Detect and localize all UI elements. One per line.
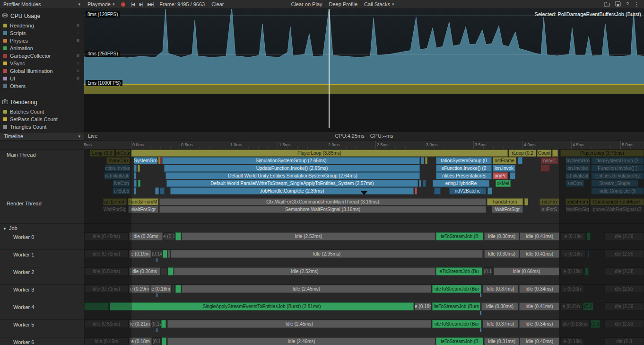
current-frame-button[interactable]: ▶▶| (145, 0, 156, 9)
timeline-span[interactable]: e (0.18n (560, 250, 586, 258)
timeline-span[interactable]: Idle (0.30ms) (484, 232, 519, 240)
timeline-span[interactable]: dle (2.3 (604, 337, 644, 345)
timeline-span[interactable] (158, 157, 160, 164)
timeline-span[interactable]: Idle (2.52ms) (182, 232, 435, 240)
timeline-span[interactable]: (0.1 (152, 337, 161, 345)
timeline-span[interactable]: Idle (0.37ms) (483, 285, 518, 293)
clear-on-play-toggle[interactable]: Clear on Play (287, 0, 325, 9)
timeline-span[interactable]: (0.1 (483, 267, 493, 275)
timeline-span[interactable]: Semaphore.WaitForSignal (3.16ms) (159, 206, 486, 213)
legend-item[interactable]: Physics≡ (0, 37, 84, 44)
rendering-header[interactable]: Rendering (0, 97, 84, 108)
timeline-span[interactable] (585, 267, 589, 275)
timeline-span[interactable]: Idle (0.30ms) (484, 250, 519, 258)
timeline-span[interactable]: dle (2.39 (604, 302, 644, 310)
profiler-modules-dropdown[interactable]: Profiler Modules ▾ (0, 0, 84, 9)
timeline-span[interactable]: (0.3 (591, 320, 600, 328)
drag-handle-icon[interactable]: ≡ (77, 60, 79, 66)
timeline-span[interactable]: Idle (2.45ms) (167, 320, 431, 328)
timeline-span[interactable]: iveCon (113, 180, 131, 187)
help-icon[interactable]: ? (626, 1, 629, 7)
timeline-span[interactable]: Idle (0.31ms) (484, 337, 519, 345)
legend-item[interactable]: Global Illumination≡ (0, 67, 84, 75)
drag-handle-icon[interactable]: ≡ (77, 83, 79, 88)
timeline-span[interactable] (160, 187, 165, 195)
timeline-span[interactable]: WaitForSig (103, 206, 127, 213)
first-frame-button[interactable]: |◀ (129, 0, 137, 9)
timeline-span[interactable]: e (0.18m (150, 285, 171, 293)
timeline-span[interactable]: iteToStreamJob (Burs (432, 302, 480, 310)
timeline-span[interactable]: on.Invoke (566, 165, 590, 172)
timeline-span[interactable] (425, 157, 427, 164)
timeline-span[interactable] (510, 172, 515, 179)
legend-item[interactable]: GarbageCollector≡ (0, 52, 84, 60)
timeline-span[interactable]: dle (2.39 (604, 232, 644, 240)
timeline-span[interactable]: Default World Unity.Entities.SimulationS… (165, 172, 420, 179)
timeline-span[interactable]: Idle (0.71ms) (84, 285, 129, 293)
timeline-tracks[interactable]: Loop (0.5shCounterPlayerLoop (3.85ms)rLo… (0, 150, 644, 345)
timeline-span[interactable]: tationSystemGroup (0 (436, 157, 492, 164)
timeline-span[interactable]: dle (0.26ms (129, 267, 160, 275)
timeline-span[interactable]: eToStreamJob (Bu (436, 267, 482, 275)
timeline-span[interactable]: Idle (0.51ms) (84, 320, 129, 328)
selected-sample-marker[interactable] (360, 191, 368, 195)
timeline-span[interactable]: Idle (2.52ms) (174, 267, 435, 275)
timeline-span[interactable]: e (0.18n (560, 267, 584, 275)
timeline-span[interactable]: teToStreamJob (B (436, 232, 483, 240)
timeline-span[interactable] (161, 267, 167, 275)
timeline-span[interactable]: veCon (566, 180, 584, 187)
timeline-span[interactable]: dle (2.38 (604, 267, 644, 275)
timeline-span[interactable]: ion.Invok (493, 165, 515, 172)
view-mode-dropdown[interactable]: Timeline ▾ (0, 132, 84, 141)
timeline-span[interactable]: Idle (0.45m (84, 337, 129, 345)
timeline-span[interactable]: e (0.14 (163, 232, 174, 240)
timeline-span[interactable]: PlayerLoop (3.73ms) (560, 150, 644, 157)
timeline-span[interactable] (155, 187, 159, 195)
timeline-span[interactable]: andsFrom (566, 198, 589, 205)
next-frame-button[interactable]: ▶| (137, 0, 145, 9)
timeline-span[interactable] (168, 267, 174, 275)
timeline-span[interactable]: e (0.20n (560, 285, 584, 293)
timeline-span[interactable]: riteToStreamJob (Bur (432, 320, 481, 328)
drag-handle-icon[interactable]: ≡ (77, 30, 79, 35)
timeline-span[interactable]: Idle (2.95ms) (171, 250, 483, 258)
timeline-span[interactable]: SystemGro (566, 157, 590, 164)
timeline-span[interactable]: Idle (2.45ms) (182, 285, 431, 293)
timeline-span[interactable]: SimulationSystemGroup (2.65ms) (162, 157, 420, 164)
timeline-span[interactable]: Default World ParallelWriteToStream_Sing… (166, 180, 418, 187)
timeline-span[interactable] (419, 180, 421, 187)
timeline-span[interactable] (587, 232, 591, 240)
timeline-span[interactable]: Idle (0.30ms) (481, 302, 518, 310)
cpu-usage-chart[interactable]: Selected: PollDamageEventBuffersJob (Bur… (84, 9, 644, 95)
legend-item[interactable]: Animation≡ (0, 44, 84, 52)
timeline-span[interactable]: Idle (0.51ms) (84, 267, 129, 275)
timeline-span[interactable]: ndle.Complete (3 (591, 187, 644, 195)
timeline-span[interactable] (134, 165, 137, 172)
timeline-span[interactable]: dle (2.33 (604, 320, 644, 328)
timeline-span[interactable]: rLoop (0.2 (509, 150, 536, 157)
timeline-span[interactable]: eFunction.Invoke() (0 (436, 165, 492, 172)
timeline-span[interactable] (524, 198, 528, 205)
timeline-span[interactable]: PlayerLoop (3.85ms) (131, 150, 508, 157)
timeline-span[interactable] (587, 250, 589, 258)
drag-handle-icon[interactable]: ≡ (77, 22, 79, 28)
timeline-span[interactable]: e (0.18n (560, 232, 586, 240)
rendering-chart[interactable] (84, 95, 644, 132)
timeline-span[interactable]: e (0.18n (560, 337, 584, 345)
timeline-span[interactable]: is.Initializati (104, 172, 131, 179)
timeline-span[interactable]: dle (0.26ms (129, 232, 163, 240)
timeline-span[interactable]: WaitForSig (566, 206, 589, 213)
timeline-span[interactable]: dle (2.39 (604, 250, 644, 258)
timeline-span[interactable]: (0.1 (583, 302, 593, 310)
timeline-span[interactable]: dle (2.33 (604, 285, 644, 293)
timeline-span[interactable] (421, 157, 424, 164)
playmode-dropdown[interactable]: Playmode ▾ (84, 0, 118, 9)
time-ruler[interactable]: 5ms0.0ms0.5ms1.0ms1.5ms2.0ms2.5ms3.0ms3.… (84, 141, 644, 150)
timeline-span[interactable] (162, 337, 166, 345)
current-frame-line[interactable] (329, 9, 330, 128)
legend-item[interactable]: Scripts≡ (0, 29, 84, 37)
timeline-span[interactable]: e (0.18n (415, 302, 431, 310)
cpu-usage-header[interactable]: CPU Usage (0, 11, 84, 22)
drag-handle-icon[interactable]: ≡ (77, 68, 79, 73)
legend-item[interactable]: VSync≡ (0, 60, 84, 67)
